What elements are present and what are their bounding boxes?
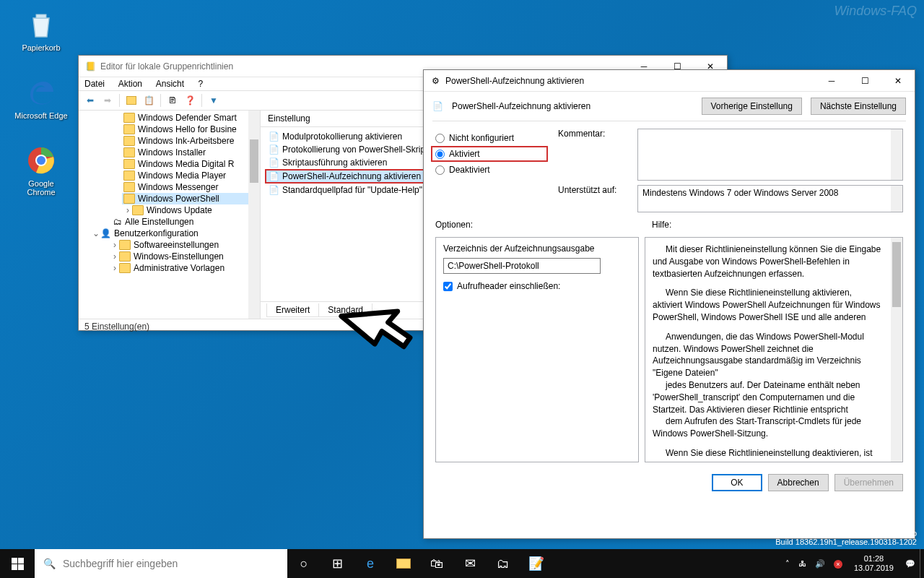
settings-icon: 🗂 [113, 217, 122, 227]
apply-button[interactable]: Übernehmen [834, 474, 903, 491]
explorer-taskbar-icon[interactable] [387, 549, 420, 578]
tree-item[interactable]: Windows Media Player [122, 170, 258, 181]
system-info: Windows 10 Pro Build 18362.19h1_release.… [775, 529, 917, 546]
taskbar-clock[interactable]: 01:28 13.07.2019 [847, 554, 901, 573]
opt-dir-label: Verzeichnis der Aufzeichnungsausgabe [443, 243, 631, 254]
policy-dialog: ⚙ PowerShell-Aufzeichnung aktivieren ─ ☐… [423, 69, 915, 539]
volume-icon[interactable]: 🔊 [811, 559, 829, 569]
tree-item[interactable]: Windows Messenger [122, 181, 258, 193]
help-pane[interactable]: Mit dieser Richtlinieneinstellung können… [645, 237, 903, 462]
tray-chevron-icon[interactable]: ˄ [781, 559, 794, 569]
toolbar-item[interactable]: ❓ [183, 93, 197, 108]
options-label: Optionen: [435, 220, 652, 230]
comment-label: Kommentar: [558, 129, 630, 139]
toolbar-item[interactable]: 🖹 [165, 93, 180, 108]
tree-item[interactable]: Windows Defender Smart [122, 112, 258, 124]
tree-item[interactable]: ›Administrative Vorlagen [109, 262, 258, 274]
desktop-label: Microsoft Edge [14, 111, 68, 120]
radio-notconfigured[interactable]: Nicht konfiguriert [435, 133, 544, 143]
filter-button[interactable]: ▼ [206, 93, 221, 108]
up-button[interactable] [124, 93, 139, 108]
tree-item-allsettings[interactable]: 🗂Alle Einstellungen [112, 216, 258, 228]
svg-point-3 [37, 156, 45, 165]
maximize-button[interactable]: ☐ [848, 70, 881, 91]
menu-view[interactable]: Ansicht [156, 79, 184, 89]
comment-textarea[interactable] [637, 129, 903, 181]
back-button[interactable]: ⬅ [83, 93, 97, 108]
tab-standard[interactable]: Standard [318, 303, 372, 317]
opt-dir-input[interactable] [443, 258, 601, 274]
search-icon: 🔍 [43, 558, 56, 569]
forward-button[interactable]: ➡ [100, 93, 115, 108]
network-icon[interactable]: 🖧 [794, 559, 811, 568]
taskbar: 🔍 Suchbegriff hier eingeben ○ ⊞ e 🛍 ✉ 🗂 … [0, 549, 924, 578]
tree-item[interactable]: Windows Hello for Busine [122, 124, 258, 135]
policy-icon: 📄 [268, 171, 279, 182]
svg-rect-5 [18, 558, 24, 564]
menu-action[interactable]: Aktion [118, 79, 142, 89]
menu-help[interactable]: ? [198, 79, 203, 89]
options-pane: Verzeichnis der Aufzeichnungsausgabe Auf… [435, 237, 639, 462]
policy-icon: 📄 [268, 144, 279, 155]
recycle-bin-icon [24, 7, 58, 42]
policy-dialog-icon: ⚙ [430, 75, 441, 87]
app-taskbar-icon[interactable]: 📝 [520, 549, 553, 578]
radio-enabled[interactable]: Aktiviert [431, 146, 548, 162]
cancel-button[interactable]: Abbrechen [768, 474, 829, 491]
mail-taskbar-icon[interactable]: ✉ [453, 549, 487, 578]
cortana-icon[interactable]: ○ [287, 549, 321, 578]
taskview-icon[interactable]: ⊞ [321, 549, 354, 578]
tray-icon[interactable]: × [829, 559, 847, 569]
prev-setting-button[interactable]: Vorherige Einstellung [702, 98, 802, 115]
desktop-icon-recycle[interactable]: Papierkorb [14, 7, 68, 52]
tree-item[interactable]: ›Windows-Einstellungen [109, 251, 258, 262]
policy-titlebar[interactable]: ⚙ PowerShell-Aufzeichnung aktivieren ─ ☐… [424, 70, 915, 92]
svg-rect-7 [18, 564, 24, 570]
edge-icon [24, 75, 58, 110]
tree-item-userconf[interactable]: ⌄👤Benutzerkonfiguration [90, 228, 258, 239]
svg-rect-0 [36, 14, 46, 18]
notifications-icon[interactable]: 💬 [901, 559, 920, 569]
radio-disabled[interactable]: Deaktiviert [435, 165, 544, 175]
tree-item[interactable]: ›Windows Update [122, 204, 258, 216]
tree-item[interactable]: Windows Installer [122, 147, 258, 158]
scrollbar[interactable] [891, 186, 902, 212]
system-tray: ˄ 🖧 🔊 × 01:28 13.07.2019 💬 [781, 549, 924, 578]
tree-item-powershell[interactable]: Windows PowerShell [122, 193, 258, 204]
user-icon: 👤 [100, 228, 111, 238]
menu-file[interactable]: Datei [84, 79, 105, 89]
taskbar-search[interactable]: 🔍 Suchbegriff hier eingeben [35, 549, 287, 578]
next-setting-button[interactable]: Nächste Einstellung [811, 98, 906, 115]
gpedit-icon: 📒 [84, 61, 96, 72]
desktop-icon-chrome[interactable]: Google Chrome [14, 143, 68, 197]
tab-extended[interactable]: Erweitert [266, 303, 319, 317]
tree-item[interactable]: Windows Media Digital R [122, 158, 258, 170]
policy-subtitle-icon: 📄 [432, 101, 443, 111]
toolbar-item[interactable]: 📋 [141, 93, 156, 108]
support-text: Mindestens Windows 7 oder Windows Server… [637, 185, 903, 212]
close-button[interactable]: ✕ [881, 70, 915, 91]
tree-item[interactable]: ›Softwareeinstellungen [109, 239, 258, 251]
desktop-icon-edge[interactable]: Microsoft Edge [14, 75, 68, 120]
help-scrollbar[interactable] [891, 238, 902, 462]
search-placeholder: Suchbegriff hier eingeben [63, 558, 178, 569]
desktop-label: Papierkorb [14, 43, 68, 52]
ok-button[interactable]: OK [712, 474, 762, 491]
app-taskbar-icon[interactable]: 🗂 [487, 549, 520, 578]
show-desktop-button[interactable] [920, 549, 924, 578]
tree-scrollbar[interactable] [248, 111, 260, 319]
chrome-icon [24, 143, 58, 178]
state-radios: Nicht konfiguriert Aktiviert Deaktiviert [435, 129, 544, 212]
scrollbar[interactable] [891, 129, 902, 180]
opt-header-checkbox[interactable] [443, 282, 453, 291]
minimize-button[interactable]: ─ [815, 70, 848, 91]
start-button[interactable] [0, 549, 35, 578]
watermark-text: Windows-FAQ [834, 4, 917, 19]
edge-taskbar-icon[interactable]: e [354, 549, 387, 578]
gpedit-tree[interactable]: Windows Defender Smart Windows Hello for… [79, 111, 261, 319]
svg-rect-4 [12, 558, 17, 564]
policy-subtitle: PowerShell-Aufzeichnung aktivieren [452, 101, 693, 111]
tree-item[interactable]: Windows Ink-Arbeitsbere [122, 135, 258, 147]
store-taskbar-icon[interactable]: 🛍 [420, 549, 453, 578]
support-label: Unterstützt auf: [558, 185, 630, 195]
